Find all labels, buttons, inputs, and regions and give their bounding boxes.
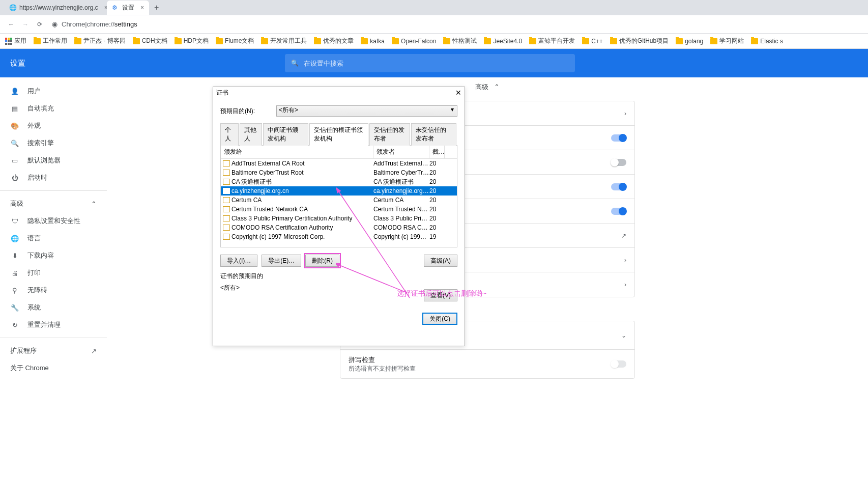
nav-about[interactable]: 关于 Chrome	[0, 359, 107, 377]
divider	[0, 338, 107, 338]
cert-row[interactable]: Copyright (c) 1997 Microsoft Corp.Copyri…	[221, 232, 457, 241]
bookmark-item[interactable]: golang	[676, 38, 703, 45]
cert-icon	[223, 170, 230, 176]
bookmark-item[interactable]: JeeSite4.0	[484, 38, 522, 45]
settings-title: 设置	[10, 59, 25, 68]
bookmark-item[interactable]: HDP文档	[175, 37, 209, 45]
close-icon[interactable]: ✕	[455, 89, 461, 97]
tab-1[interactable]: 🌐 https://www.yinzhengjie.org.c ×	[4, 1, 106, 15]
nav-user[interactable]: 👤用户	[0, 82, 107, 100]
folder-icon	[529, 38, 536, 44]
cert-row[interactable]: Class 3 Public Primary Certification Aut…	[221, 214, 457, 223]
cert-row[interactable]: AddTrust External CA RootAddTrust Extern…	[221, 159, 457, 168]
toggle-off[interactable]	[611, 159, 626, 166]
reload-button[interactable]: ⟳	[33, 17, 47, 32]
nav-autofill[interactable]: ▤自动填充	[0, 100, 107, 117]
tab-2-title: 设置	[122, 4, 134, 12]
bookmark-item[interactable]: Elastic s	[751, 38, 783, 45]
delete-button[interactable]: 删除(R)	[305, 255, 339, 267]
cert-row[interactable]: Certum Trusted Network CACertum Trusted …	[221, 205, 457, 214]
tab-intermediate[interactable]: 中间证书颁发机构	[263, 123, 308, 146]
settings-header: 设置 🔍	[0, 49, 868, 77]
settings-search-input[interactable]	[304, 60, 569, 67]
nav-startup[interactable]: ⏻启动时	[0, 169, 107, 186]
bookmark-item[interactable]: Flume文档	[216, 37, 254, 45]
nav-privacy[interactable]: 🛡隐私设置和安全性	[0, 212, 107, 230]
apps-label: 应用	[14, 37, 26, 45]
bookmark-item[interactable]: C++	[582, 38, 603, 45]
nav-extensions[interactable]: 扩展程序↗	[0, 342, 107, 359]
advanced-button[interactable]: 高级(A)	[424, 255, 457, 267]
bookmark-item[interactable]: 优秀的GitHub项目	[610, 37, 669, 45]
bookmark-item[interactable]: 尹正杰 - 博客园	[74, 37, 126, 45]
wrench-icon: 🔧	[10, 304, 19, 312]
nav-default-browser[interactable]: ▭默认浏览器	[0, 152, 107, 169]
bookmark-item[interactable]: 学习网站	[710, 37, 744, 45]
nav-reset[interactable]: ↻重置并清理	[0, 316, 107, 333]
folder-icon	[361, 38, 368, 44]
toggle-on[interactable]	[611, 208, 626, 215]
col-issuer[interactable]: 颁发者	[373, 146, 429, 158]
bookmark-item[interactable]: 蓝鲸平台开发	[529, 37, 575, 45]
tab-2[interactable]: ⚙ 设置 ×	[107, 1, 149, 15]
close-button[interactable]: 关闭(C)	[422, 313, 457, 325]
cert-row[interactable]: ca.yinzhengjie.org.cnca.yinzhengjie.org.…	[221, 186, 457, 196]
cert-icon	[223, 188, 230, 194]
tab-personal[interactable]: 个人	[220, 123, 239, 146]
chevron-up-icon: ⌃	[494, 83, 500, 91]
import-button[interactable]: 导入(I)…	[220, 255, 257, 267]
dialog-titlebar[interactable]: 证书 ✕	[213, 87, 465, 98]
cert-row[interactable]: COMODO RSA Certification AuthorityCOMODO…	[221, 223, 457, 232]
new-tab-button[interactable]: +	[154, 3, 159, 12]
bookmark-item[interactable]: 优秀的文章	[314, 37, 354, 45]
forward-button[interactable]: →	[18, 17, 33, 32]
toggle-on[interactable]	[611, 183, 626, 190]
cert-row[interactable]: CA 沃通根证书CA 沃通根证书20	[221, 177, 457, 186]
tab-trusted-pub[interactable]: 受信任的发布者	[369, 123, 410, 146]
bookmark-item[interactable]: 性格测试	[443, 37, 477, 45]
nav-appearance[interactable]: 🎨外观	[0, 117, 107, 134]
col-issued-to[interactable]: 颁发给	[221, 146, 373, 158]
tab-2-close-icon[interactable]: ×	[140, 4, 144, 11]
settings-gear-icon: ⚙	[112, 4, 119, 11]
settings-search[interactable]: 🔍	[285, 54, 575, 72]
autofill-icon: ▤	[10, 105, 19, 113]
cert-row[interactable]: Certum CACertum CA20	[221, 196, 457, 205]
view-button[interactable]: 查看(V)	[424, 289, 457, 301]
tab-untrusted-pub[interactable]: 未受信任的发布者	[411, 123, 456, 146]
url-bar[interactable]: ◉ Chrome | chrome:// settings	[52, 20, 864, 28]
folder-icon	[676, 38, 683, 44]
purposes-value: <所有>	[220, 281, 457, 295]
tab-trusted-root[interactable]: 受信任的根证书颁发机构	[309, 123, 368, 146]
bookmark-item[interactable]: 开发常用工具	[261, 37, 307, 45]
nav-download[interactable]: ⬇下载内容	[0, 247, 107, 264]
bookmark-item[interactable]: CDH文档	[133, 37, 167, 45]
cert-icon	[223, 179, 230, 185]
back-button[interactable]: ←	[4, 17, 18, 32]
nav-print[interactable]: 🖨打印	[0, 264, 107, 282]
cert-row[interactable]: Baltimore CyberTrust RootBaltimore Cyber…	[221, 168, 457, 177]
spell-label: 拼写检查	[349, 355, 416, 365]
nav-advanced[interactable]: 高级⌃	[0, 195, 107, 212]
nav-system[interactable]: 🔧系统	[0, 299, 107, 316]
purpose-select[interactable]: <所有>	[276, 105, 457, 117]
export-button[interactable]: 导出(E)…	[262, 255, 301, 267]
folder-icon	[484, 38, 491, 44]
tab-others[interactable]: 其他人	[240, 123, 263, 146]
spell-sub: 所选语言不支持拼写检查	[349, 365, 416, 373]
nav-accessibility[interactable]: ⚲无障碍	[0, 282, 107, 299]
nav-language[interactable]: 🌐语言	[0, 230, 107, 247]
bookmark-item[interactable]: kafka	[361, 38, 385, 45]
nav-search[interactable]: 🔍搜索引擎	[0, 134, 107, 152]
url-prefix: Chrome	[62, 20, 85, 28]
bookmark-item[interactable]: 工作常用	[34, 37, 67, 45]
bookmark-item[interactable]: Open-Falcon	[392, 38, 436, 45]
toggle-on[interactable]	[611, 134, 626, 142]
folder-icon	[175, 38, 182, 44]
apps-button[interactable]: 应用	[5, 37, 26, 45]
chrome-favicon: ◉	[52, 20, 57, 28]
folder-icon	[751, 38, 758, 44]
download-icon: ⬇	[10, 252, 19, 260]
cert-list-body[interactable]: AddTrust External CA RootAddTrust Extern…	[221, 159, 457, 243]
col-exp[interactable]: 截…	[429, 146, 445, 158]
